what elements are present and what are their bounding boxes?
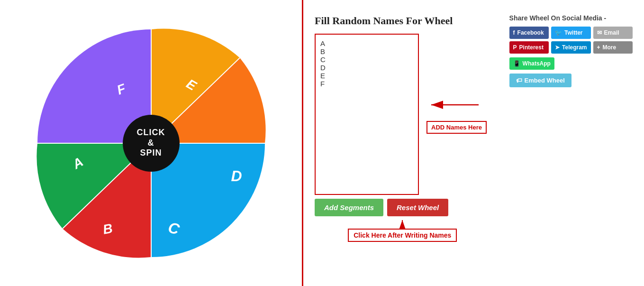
more-button[interactable]: + More [593, 41, 633, 54]
spin-label: CLICK&SPIN [137, 128, 165, 158]
pinterest-icon: P [513, 44, 517, 51]
email-label: Email [604, 29, 619, 36]
facebook-label: Facebook [517, 29, 544, 36]
more-label: More [603, 44, 617, 51]
wheel-section: A E D C B F CLICK&SPIN [0, 0, 303, 286]
social-grid-row1: f Facebook 🐦 Twitter ✉ Email [509, 27, 633, 39]
fill-names-section: Fill Random Names For Wheel A B C D E F … [315, 14, 490, 242]
whatsapp-icon: 📱 [513, 60, 520, 67]
social-section: Share Wheel On Social Media - f Facebook… [509, 14, 633, 87]
embed-icon: 🏷 [516, 77, 522, 84]
whatsapp-row: 📱 WhatsApp [509, 57, 633, 70]
names-textarea[interactable]: A B C D E F [315, 34, 419, 195]
add-names-label: ADD Names Here [426, 121, 487, 134]
add-arrow-svg [426, 91, 483, 119]
click-here-label: Click Here After Writing Names [348, 229, 457, 242]
social-grid-row2: P Pinterest ➤ Telegram + More [509, 41, 633, 54]
facebook-button[interactable]: f Facebook [509, 27, 549, 39]
names-box-wrapper: A B C D E F ADD Names Here [315, 34, 490, 195]
facebook-icon: f [513, 29, 515, 36]
spin-button[interactable]: CLICK&SPIN [123, 115, 180, 172]
telegram-label: Telegram [562, 44, 587, 51]
embed-button[interactable]: 🏷 Embed Wheel [509, 74, 571, 87]
social-title: Share Wheel On Social Media - [509, 14, 633, 22]
click-here-annotation: Click Here After Writing Names [315, 219, 490, 242]
reset-wheel-button[interactable]: Reset Wheel [387, 199, 448, 216]
right-panel: Fill Random Names For Wheel A B C D E F … [303, 0, 644, 253]
embed-label: Embed Wheel [525, 77, 565, 84]
whatsapp-label: WhatsApp [523, 60, 551, 67]
add-segments-button[interactable]: Add Segments [315, 199, 383, 216]
twitter-button[interactable]: 🐦 Twitter [551, 27, 590, 39]
pinterest-label: Pinterest [519, 44, 544, 51]
label-d: D [231, 167, 242, 185]
twitter-label: Twitter [564, 29, 582, 36]
buttons-row: Add Segments Reset Wheel [315, 199, 490, 216]
twitter-icon: 🐦 [555, 29, 562, 36]
telegram-button[interactable]: ➤ Telegram [551, 41, 590, 54]
fill-names-title: Fill Random Names For Wheel [315, 14, 490, 28]
wheel-container: A E D C B F CLICK&SPIN [28, 20, 274, 267]
email-button[interactable]: ✉ Email [593, 27, 633, 39]
more-icon: + [597, 44, 600, 51]
panel-top: Fill Random Names For Wheel A B C D E F … [315, 14, 633, 242]
arrow-annotation: ADD Names Here [426, 91, 487, 134]
click-here-arrow-svg [393, 219, 412, 229]
pinterest-button[interactable]: P Pinterest [509, 41, 549, 54]
telegram-icon: ➤ [555, 44, 560, 51]
whatsapp-button[interactable]: 📱 WhatsApp [509, 57, 554, 70]
email-icon: ✉ [597, 29, 602, 36]
